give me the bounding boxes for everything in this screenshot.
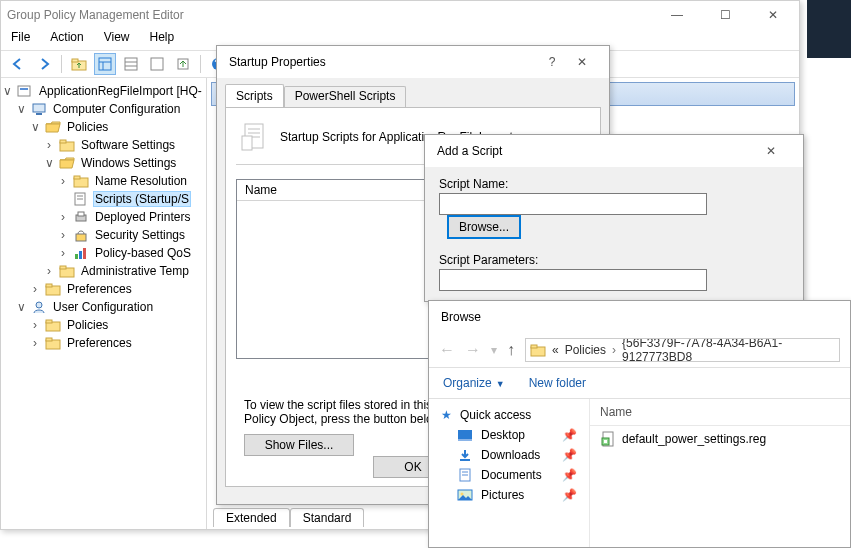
computer-icon	[31, 101, 47, 117]
path-seg-guid[interactable]: {56F3379F-7A78-4A34-B6A1-9127773BD8	[622, 338, 835, 362]
svg-rect-45	[458, 430, 472, 439]
tab-extended[interactable]: Extended	[213, 508, 290, 527]
expand-icon[interactable]: ›	[29, 336, 41, 350]
menu-file[interactable]: File	[11, 30, 30, 48]
svg-rect-46	[458, 439, 472, 441]
tree-qos[interactable]: Policy-based QoS	[93, 245, 193, 261]
menu-action[interactable]: Action	[50, 30, 83, 48]
forward-button[interactable]	[33, 53, 55, 75]
column-name[interactable]: Name	[237, 180, 431, 200]
list-view-icon[interactable]	[120, 53, 142, 75]
tree-user-config[interactable]: User Configuration	[51, 299, 155, 315]
close-button[interactable]: ✕	[567, 55, 597, 69]
svg-rect-14	[33, 104, 45, 112]
add-script-dialog: Add a Script ✕ Script Name: Browse... Sc…	[424, 134, 804, 302]
expand-icon[interactable]: ›	[29, 282, 41, 296]
tree-scripts[interactable]: Scripts (Startup/S	[93, 191, 191, 207]
place-documents[interactable]: Documents📌	[439, 465, 579, 485]
tree-user-policies[interactable]: Policies	[65, 317, 110, 333]
expand-icon[interactable]: ∨	[1, 84, 13, 98]
user-icon	[31, 299, 47, 315]
path-seg-policies[interactable]: Policies	[565, 343, 606, 357]
documents-icon	[457, 468, 473, 482]
script-params-input[interactable]	[439, 269, 707, 291]
expand-icon[interactable]: ›	[57, 228, 69, 242]
browse-button[interactable]: Browse...	[447, 215, 521, 239]
nav-up-icon[interactable]: ↑	[507, 341, 515, 359]
show-files-button[interactable]: Show Files...	[244, 434, 354, 456]
organize-menu[interactable]: Organize▼	[443, 376, 505, 390]
file-item[interactable]: default_power_settings.reg	[590, 426, 850, 452]
expand-icon[interactable]: ›	[29, 318, 41, 332]
tree-root[interactable]: ApplicationRegFileImport [HQ-	[37, 83, 204, 99]
expand-icon[interactable]: ›	[43, 138, 55, 152]
pin-icon: 📌	[562, 488, 577, 502]
chevron-right-icon[interactable]: ›	[612, 343, 616, 357]
tree-policies[interactable]: Policies	[65, 119, 110, 135]
back-button[interactable]	[7, 53, 29, 75]
tree-computer-config[interactable]: Computer Configuration	[51, 101, 182, 117]
tab-standard[interactable]: Standard	[290, 508, 365, 527]
close-button[interactable]: ✕	[753, 5, 793, 25]
svg-rect-27	[79, 251, 82, 259]
minimize-button[interactable]: —	[657, 5, 697, 25]
titlebar: Group Policy Management Editor — ☐ ✕	[1, 1, 799, 28]
close-button[interactable]: ✕	[751, 144, 791, 158]
script-doc-icon	[240, 122, 268, 152]
tree-windows[interactable]: Windows Settings	[79, 155, 178, 171]
maximize-button[interactable]: ☐	[705, 5, 745, 25]
menu-view[interactable]: View	[104, 30, 130, 48]
folder-open-icon	[59, 155, 75, 171]
expand-icon[interactable]: ∨	[29, 120, 41, 134]
browse-dialog: Browse ← → ▾ ↑ « Policies › {56F3379F-7A…	[428, 300, 851, 548]
tree-software[interactable]: Software Settings	[79, 137, 177, 153]
tab-powershell[interactable]: PowerShell Scripts	[284, 86, 407, 107]
help-button[interactable]: ?	[537, 55, 567, 69]
folder-icon	[45, 335, 61, 351]
menu-help[interactable]: Help	[150, 30, 175, 48]
new-folder-button[interactable]: New folder	[529, 376, 586, 390]
expand-icon[interactable]: ∨	[43, 156, 55, 170]
place-desktop[interactable]: Desktop📌	[439, 425, 579, 445]
svg-rect-12	[18, 86, 30, 96]
address-bar[interactable]: « Policies › {56F3379F-7A78-4A34-B6A1-91…	[525, 338, 840, 362]
expand-icon[interactable]: ›	[57, 174, 69, 188]
svg-rect-19	[74, 176, 80, 179]
expand-icon[interactable]: ∨	[15, 300, 27, 314]
tree-pane: ∨ApplicationRegFileImport [HQ- ∨Computer…	[1, 78, 207, 529]
tree-nameres[interactable]: Name Resolution	[93, 173, 189, 189]
script-name-label: Script Name:	[439, 177, 789, 191]
tree-admin[interactable]: Administrative Temp	[79, 263, 191, 279]
folder-up-icon[interactable]	[68, 53, 90, 75]
dialog-title: Startup Properties	[229, 55, 537, 69]
tree-printers[interactable]: Deployed Printers	[93, 209, 192, 225]
policy-root-icon	[17, 83, 33, 99]
svg-rect-35	[46, 320, 52, 323]
path-prefix: «	[552, 343, 559, 357]
tree-security[interactable]: Security Settings	[93, 227, 187, 243]
expand-icon[interactable]: ›	[43, 264, 55, 278]
nav-forward-icon[interactable]: →	[465, 341, 481, 359]
detail-view-icon[interactable]	[146, 53, 168, 75]
tree-view-icon[interactable]	[94, 53, 116, 75]
tab-scripts[interactable]: Scripts	[225, 84, 284, 107]
svg-point-33	[36, 302, 42, 308]
tree-user-prefs[interactable]: Preferences	[65, 335, 134, 351]
reg-file-icon	[600, 431, 616, 447]
expand-icon[interactable]: ›	[57, 246, 69, 260]
expand-icon[interactable]: ∨	[15, 102, 27, 116]
pin-icon: 📌	[562, 468, 577, 482]
svg-rect-5	[125, 58, 137, 70]
expand-icon[interactable]: ›	[57, 210, 69, 224]
nav-history-icon[interactable]: ▾	[491, 343, 497, 357]
nav-back-icon[interactable]: ←	[439, 341, 455, 359]
tree-prefs[interactable]: Preferences	[65, 281, 134, 297]
security-icon	[73, 227, 89, 243]
export-icon[interactable]	[172, 53, 194, 75]
quick-access-item[interactable]: ★Quick access	[439, 405, 579, 425]
place-downloads[interactable]: Downloads📌	[439, 445, 579, 465]
place-pictures[interactable]: Pictures📌	[439, 485, 579, 505]
script-name-input[interactable]	[439, 193, 707, 215]
column-name[interactable]: Name	[590, 399, 850, 426]
svg-rect-28	[83, 248, 86, 259]
